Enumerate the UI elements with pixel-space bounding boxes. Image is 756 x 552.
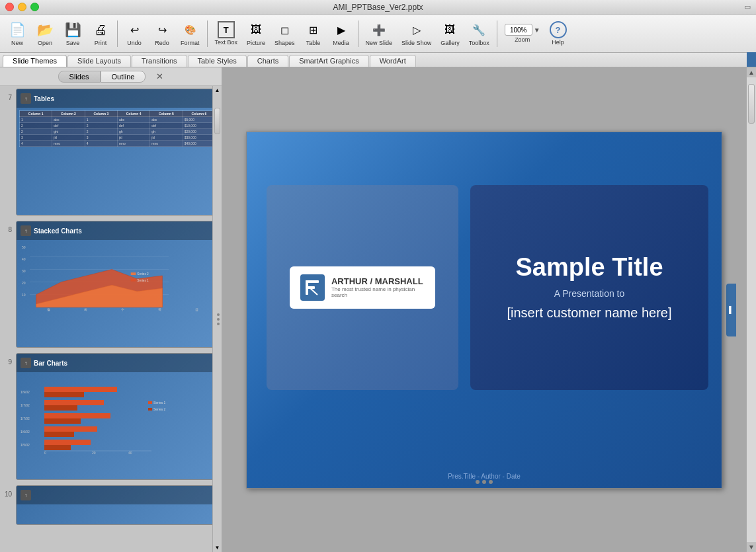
save-button[interactable]: 💾 Save <box>60 18 86 49</box>
main-slide-canvas[interactable]: ARTHUR / MARSHALL The most trusted name … <box>246 132 722 489</box>
main-scrollbar[interactable]: ▲ ▼ <box>746 67 756 552</box>
svg-rect-22 <box>44 418 81 424</box>
logo-company-name: ARTHUR / MARSHALL <box>331 276 425 286</box>
svg-text:Series 2: Series 2 <box>153 407 166 411</box>
scroll-thumb[interactable] <box>748 84 755 124</box>
svg-rect-18 <box>44 426 97 432</box>
help-button[interactable]: ? Help <box>546 19 571 48</box>
main-slide-area: ▌ A <box>222 67 746 552</box>
zoom-input[interactable] <box>505 24 532 36</box>
right-panel-handle[interactable]: ▌ <box>726 284 736 336</box>
window-controls[interactable] <box>5 3 39 11</box>
panel-close-button[interactable]: ✕ <box>156 71 163 81</box>
scroll-up-button[interactable]: ▲ <box>213 86 222 95</box>
picture-label: Picture <box>247 40 265 46</box>
slide-thumbnail[interactable]: ↑ Bar Charts 1/9/02 1/7/02 1/7/02 <box>16 353 219 480</box>
media-button[interactable]: ▶ Media <box>328 18 355 49</box>
slide-thumbnail[interactable]: ↑ <box>16 485 219 525</box>
svg-text:1/6/02: 1/6/02 <box>21 430 30 434</box>
print-icon: 🖨 <box>91 20 110 39</box>
textbox-label: Text Box <box>215 39 238 46</box>
tab-wordart[interactable]: WordArt <box>370 55 416 67</box>
table-button[interactable]: ⊞ Table <box>300 18 327 49</box>
slide-number: 8 <box>3 226 12 233</box>
tab-transitions[interactable]: Transitions <box>132 55 187 67</box>
slide-icon: ↑ <box>21 93 31 104</box>
format-button[interactable]: 🎨 Format <box>177 18 204 49</box>
scroll-down-button[interactable]: ▼ <box>213 543 222 552</box>
stacked-chart-svg: Series 2 Series 1 <box>30 243 169 309</box>
toolbox-icon: 🔧 <box>470 20 488 39</box>
shapes-label: Shapes <box>274 40 295 46</box>
redo-icon: ↪ <box>153 20 171 39</box>
svg-rect-20 <box>44 392 84 397</box>
slide-title-panel: Sample Title A Presentation to [insert c… <box>470 185 708 390</box>
table-icon: ⊞ <box>304 20 323 39</box>
thumb-title-bar: ↑ Tables <box>17 89 218 108</box>
format-label: Format <box>181 40 200 46</box>
tab-charts[interactable]: Charts <box>247 55 288 67</box>
print-button[interactable]: 🖨 Print <box>87 18 114 49</box>
scroll-track[interactable] <box>747 77 756 542</box>
svg-text:1/5/02: 1/5/02 <box>21 443 30 447</box>
logo-text: ARTHUR / MARSHALL The most trusted name … <box>331 276 425 298</box>
list-item: 8 ↑ Stacked Charts 5040302010 <box>3 221 219 348</box>
open-label: Open <box>38 40 52 46</box>
undo-button[interactable]: ↩ Undo <box>121 18 147 49</box>
tab-smartart[interactable]: SmartArt Graphics <box>289 55 368 67</box>
picture-icon: 🖼 <box>247 20 265 39</box>
scroll-thumb[interactable] <box>214 108 220 134</box>
thumb-title-bar: ↑ <box>17 486 218 504</box>
open-button[interactable]: 📂 Open <box>32 18 58 49</box>
thumb-title-bar: ↑ Bar Charts <box>17 354 218 372</box>
separator-3 <box>358 20 358 47</box>
outline-toggle[interactable]: Outline <box>101 71 146 83</box>
new-button[interactable]: 📄 New <box>4 18 30 49</box>
svg-rect-29 <box>148 401 152 404</box>
left-panel-scrollbar[interactable]: ▲ ▼ <box>212 86 222 552</box>
textbox-button[interactable]: T Text Box <box>211 19 242 48</box>
svg-rect-19 <box>44 440 91 445</box>
page-dot-3 <box>489 480 493 484</box>
shapes-button[interactable]: ◻ Shapes <box>271 18 299 49</box>
separator-1 <box>117 20 118 47</box>
slide-panel: Slides Outline ✕ 7 ↑ Tables <box>0 67 222 552</box>
slide-icon: ↑ <box>21 225 31 236</box>
newslide-label: New Slide <box>366 40 393 46</box>
slides-toggle[interactable]: Slides <box>58 71 101 83</box>
maximize-button[interactable] <box>30 3 39 11</box>
ribbon-collapse-button[interactable] <box>747 52 756 67</box>
svg-rect-17 <box>44 413 110 418</box>
gallery-label: Gallery <box>441 40 460 46</box>
minimize-button[interactable] <box>18 3 26 11</box>
save-label: Save <box>66 40 80 46</box>
slide-thumbnail[interactable]: ↑ Stacked Charts 5040302010 <box>16 221 219 348</box>
zoom-button[interactable]: ▼ Zoom <box>501 21 544 46</box>
redo-button[interactable]: ↪ Redo <box>149 18 175 49</box>
tab-table-styles[interactable]: Table Styles <box>188 55 247 67</box>
toolbox-button[interactable]: 🔧 Toolbox <box>465 18 493 49</box>
gallery-icon: 🖼 <box>441 20 459 39</box>
media-label: Media <box>333 40 349 46</box>
tab-slide-layouts[interactable]: Slide Layouts <box>67 55 131 67</box>
tab-slide-themes[interactable]: Slide Themes <box>3 55 67 67</box>
slide-thumbnail[interactable]: ↑ Tables Column 1Column 2Column 3Column … <box>16 89 219 216</box>
scroll-down-arrow[interactable]: ▼ <box>747 542 756 552</box>
svg-rect-21 <box>44 405 77 411</box>
svg-text:Series 1: Series 1 <box>153 401 166 405</box>
list-item: 9 ↑ Bar Charts 1/9/ <box>3 353 219 480</box>
svg-rect-24 <box>44 445 71 450</box>
newslide-button[interactable]: ➕ New Slide <box>362 18 397 49</box>
redo-label: Redo <box>155 40 169 46</box>
main-toolbar: 📄 New 📂 Open 💾 Save 🖨 Print ↩ Undo ↪ Red… <box>0 15 756 53</box>
close-button[interactable] <box>5 3 14 11</box>
scroll-up-arrow[interactable]: ▲ <box>747 67 756 77</box>
picture-button[interactable]: 🖼 Picture <box>243 18 269 49</box>
gallery-button[interactable]: 🖼 Gallery <box>437 18 464 49</box>
thumb-title: Bar Charts <box>34 360 67 367</box>
table-label: Table <box>306 40 321 46</box>
slide-number: 10 <box>3 491 12 498</box>
slideshow-button[interactable]: ▷ Slide Show <box>398 18 435 49</box>
svg-rect-31 <box>148 408 152 411</box>
save-icon: 💾 <box>63 20 82 39</box>
